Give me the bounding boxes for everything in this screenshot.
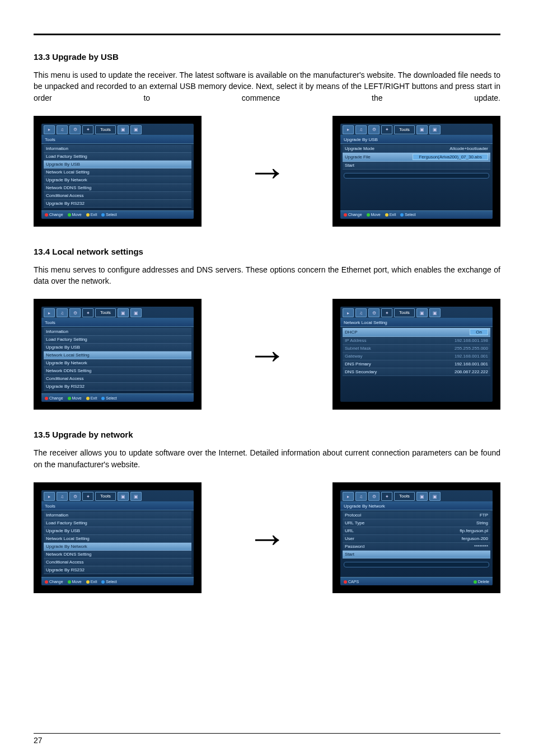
screenshot-upgrade-by-network: ▸♫⚙✦ Tools ▣▣ Upgrade By Network Protoco… xyxy=(332,482,500,593)
menu-item[interactable]: Upgrade By Network xyxy=(44,543,191,551)
arrow-icon: → xyxy=(247,518,287,558)
menu-item[interactable]: Conditional Access xyxy=(44,192,191,200)
menu-item[interactable]: Load Factory Setting xyxy=(44,336,191,344)
setting-row[interactable]: Userferguson-200 xyxy=(343,535,490,543)
body-13-4: This menu serves to configure addresses … xyxy=(34,264,500,287)
menu-item[interactable]: Load Factory Setting xyxy=(44,519,191,527)
setting-row[interactable]: URLftp.ferguson.pl xyxy=(343,527,490,535)
tab-active-label: Tools xyxy=(95,125,116,134)
heading-13-5: 13.5 Upgrade by network xyxy=(34,430,500,439)
menu-item[interactable]: Network Local Setting xyxy=(44,168,191,176)
menu-item[interactable]: Upgrade By USB xyxy=(44,527,191,535)
page-number: 27 xyxy=(34,733,500,745)
menu-item[interactable]: Information xyxy=(44,511,191,519)
heading-13-3: 13.3 Upgrade by USB xyxy=(34,52,500,62)
screenshot-tools-menu-upgrade-net: ▸♫⚙✦ Tools ▣▣ Tools InformationLoad Fact… xyxy=(34,482,202,593)
setting-row[interactable]: DNS Primary192.168.001.001 xyxy=(343,360,490,368)
menu-item[interactable]: Network DDNS Setting xyxy=(44,551,191,558)
tabicon-3: ⚙ xyxy=(69,125,81,134)
figure-row-13-5: ▸♫⚙✦ Tools ▣▣ Tools InformationLoad Fact… xyxy=(34,482,500,593)
arrow-icon: → xyxy=(247,151,287,191)
arrow-icon: → xyxy=(247,334,287,374)
menu-item[interactable]: Network DDNS Setting xyxy=(44,367,191,375)
tabicon-2: ♫ xyxy=(57,125,68,134)
setting-row[interactable]: IP Address192.168.001.198 xyxy=(343,337,490,345)
setting-row[interactable]: Start xyxy=(343,162,490,170)
tabicon-4: ✦ xyxy=(82,125,93,134)
setting-row[interactable]: URL TypeString xyxy=(343,519,490,527)
menu-item[interactable]: Information xyxy=(44,328,191,336)
setting-row[interactable]: Upgrade ModeAllcode+bootloader xyxy=(343,145,490,153)
setting-row[interactable]: ProtocolFTP xyxy=(343,511,490,519)
tab-strip: ▸ ♫ ⚙ ✦ Tools ▣ ▣ xyxy=(41,124,194,135)
menu-item[interactable]: Upgrade By Network xyxy=(44,359,191,367)
menu-item[interactable]: Upgrade By RS232 xyxy=(44,383,191,391)
menu-item[interactable]: Network DDNS Setting xyxy=(44,184,191,192)
menu-title: Tools xyxy=(41,135,194,144)
body-13-3: This menu is used to update the receiver… xyxy=(34,69,500,104)
progress-bar: 0% xyxy=(344,562,489,567)
menu-item[interactable]: Network Local Setting xyxy=(44,351,191,359)
menu-item[interactable]: Load Factory Setting xyxy=(44,153,191,161)
tabicon-1: ▸ xyxy=(44,125,55,134)
menu-item[interactable]: Upgrade By USB xyxy=(44,344,191,351)
screenshot-tools-menu-usb: ▸ ♫ ⚙ ✦ Tools ▣ ▣ Tools InformationLoad … xyxy=(34,116,202,227)
setting-row[interactable]: DHCPOn xyxy=(343,328,490,337)
tabicon-6: ▣ xyxy=(130,125,142,134)
setting-row[interactable]: Subnet Mask255.255.255.000 xyxy=(343,345,490,353)
setting-row[interactable]: DNS Secondary208.067.222.222 xyxy=(343,368,490,376)
figure-row-13-3: ▸ ♫ ⚙ ✦ Tools ▣ ▣ Tools InformationLoad … xyxy=(34,116,500,227)
screenshot-network-local-setting: ▸♫⚙✦ Tools ▣▣ Network Local Setting DHCP… xyxy=(332,299,500,410)
menu-item[interactable]: Information xyxy=(44,145,191,153)
screenshot-tools-menu-net: ▸♫⚙✦ Tools ▣▣ Tools InformationLoad Fact… xyxy=(34,299,202,410)
figure-row-13-4: ▸♫⚙✦ Tools ▣▣ Tools InformationLoad Fact… xyxy=(34,299,500,410)
menu-title: Upgrade By USB xyxy=(340,135,493,144)
body-13-5: The receiver allows you to update softwa… xyxy=(34,447,500,470)
tabicon-5: ▣ xyxy=(118,125,129,134)
progress-bar: 0% xyxy=(344,173,489,179)
menu-item[interactable]: Conditional Access xyxy=(44,375,191,383)
menu-item[interactable]: Network Local Setting xyxy=(44,535,191,543)
menu-item[interactable]: Upgrade By Network xyxy=(44,176,191,184)
setting-row[interactable]: Gateway192.168.001.001 xyxy=(343,353,490,360)
footer-bar: Change Move Exit Select xyxy=(41,210,194,219)
menu-list: InformationLoad Factory SettingUpgrade B… xyxy=(41,144,194,209)
menu-item[interactable]: Upgrade By RS232 xyxy=(44,200,191,208)
top-rule xyxy=(34,34,500,35)
screenshot-upgrade-by-usb: ▸♫⚙✦ Tools ▣▣ Upgrade By USB Upgrade Mod… xyxy=(332,116,500,227)
setting-row[interactable]: Start xyxy=(343,551,490,558)
setting-row[interactable]: Password******** xyxy=(343,543,490,551)
menu-item[interactable]: Conditional Access xyxy=(44,558,191,566)
menu-item[interactable]: Upgrade By RS232 xyxy=(44,566,191,574)
heading-13-4: 13.4 Local network settings xyxy=(34,247,500,256)
menu-item[interactable]: Upgrade By USB xyxy=(44,161,191,168)
kv-list: Upgrade ModeAllcode+bootloaderUpgrade Fi… xyxy=(340,144,493,171)
setting-row[interactable]: Upgrade FileFerguson(Ariva200)_07_30.abs xyxy=(343,153,490,162)
